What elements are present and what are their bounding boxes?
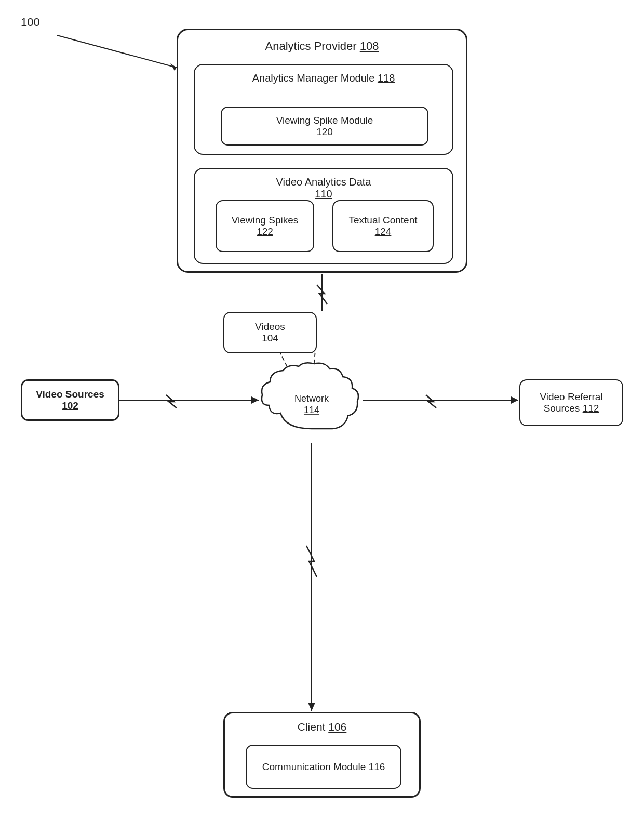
videos-box: Videos104 (223, 312, 317, 353)
network-cloud: Network 114 (254, 361, 369, 444)
viewing-spikes-title: Viewing Spikes122 (232, 215, 299, 237)
analytics-manager-title: Analytics Manager Module 118 (195, 72, 452, 84)
analytics-provider-title: Analytics Provider 108 (178, 39, 466, 53)
videos-title: Videos104 (255, 321, 285, 344)
diagram: 100 Analytics Provider 108 Analytics Man… (0, 0, 644, 833)
analytics-provider-box: Analytics Provider 108 Analytics Manager… (177, 29, 467, 273)
comm-module-box: Communication Module 116 (246, 745, 401, 789)
textual-content-title: Textual Content124 (348, 215, 417, 237)
analytics-manager-box: Analytics Manager Module 118 Viewing Spi… (194, 64, 453, 155)
textual-content-box: Textual Content124 (332, 200, 434, 252)
svg-text:Network: Network (294, 393, 329, 404)
client-title: Client 106 (225, 721, 419, 733)
video-referral-title: Video Referral Sources 112 (520, 391, 622, 414)
svg-marker-8 (511, 396, 518, 404)
video-referral-box: Video Referral Sources 112 (519, 379, 623, 426)
video-analytics-box: Video Analytics Data110 Viewing Spikes12… (194, 168, 453, 264)
video-sources-title: Video Sources102 (36, 389, 104, 412)
viewing-spike-module-box: Viewing Spike Module120 (221, 107, 428, 146)
svg-text:114: 114 (304, 405, 319, 415)
viewing-spike-module-title: Viewing Spike Module120 (276, 115, 373, 138)
svg-line-0 (57, 35, 177, 68)
video-analytics-title: Video Analytics Data110 (195, 176, 452, 200)
svg-marker-1 (170, 63, 177, 71)
video-sources-box: Video Sources102 (21, 379, 119, 421)
svg-marker-10 (308, 703, 315, 711)
ref-label: 100 (21, 16, 40, 29)
viewing-spikes-box: Viewing Spikes122 (216, 200, 314, 252)
client-box: Client 106 Communication Module 116 (223, 712, 421, 798)
comm-module-title: Communication Module 116 (262, 761, 385, 773)
